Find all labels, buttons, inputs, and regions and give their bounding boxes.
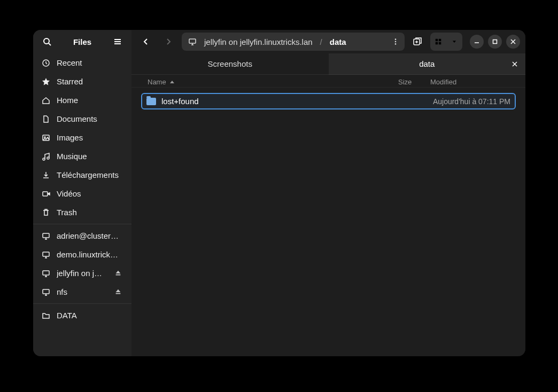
video-icon (42, 190, 50, 198)
new-tab-button[interactable] (409, 33, 426, 50)
sort-asc-icon (169, 80, 175, 85)
path-segment-server[interactable]: jellyfin on jellyfin.linuxtricks.lan (201, 35, 316, 49)
hamburger-menu-button[interactable] (109, 33, 126, 50)
music-icon (42, 152, 50, 161)
file-manager-window: Files Recent Starred Home Documents (33, 30, 525, 356)
sidebar-item-network[interactable]: adrien@cluster… (33, 226, 131, 245)
eject-icon[interactable] (114, 288, 123, 296)
sidebar-item-label: Trash (57, 208, 123, 217)
toolbar: jellyfin on jellyfin.linuxtricks.lan / d… (131, 30, 525, 53)
sidebar-item-network[interactable]: nfs (33, 283, 131, 301)
svg-rect-20 (436, 42, 438, 44)
svg-rect-11 (43, 271, 49, 275)
sidebar-item-label: Images (57, 133, 123, 142)
tab-close-button[interactable] (509, 59, 520, 69)
column-label: Size (398, 78, 412, 86)
search-button[interactable] (38, 33, 56, 50)
svg-line-1 (49, 43, 51, 45)
sidebar-item-home[interactable]: Home (33, 91, 131, 109)
sidebar-item-label: Téléchargements (57, 170, 123, 179)
tab-screenshots[interactable]: Screenshots (131, 53, 329, 75)
main-pane: jellyfin on jellyfin.linuxtricks.lan / d… (131, 30, 525, 356)
network-icon (42, 288, 50, 296)
column-header-size[interactable]: Size (398, 78, 430, 86)
sidebar: Files Recent Starred Home Documents (33, 30, 131, 356)
path-bar[interactable]: jellyfin on jellyfin.linuxtricks.lan / d… (182, 33, 405, 51)
folder-icon (42, 311, 50, 320)
svg-point-15 (395, 41, 397, 43)
trash-icon (42, 208, 50, 217)
sidebar-item-bookmark[interactable]: DATA (33, 306, 131, 325)
minimize-button[interactable] (470, 35, 484, 49)
svg-rect-10 (43, 252, 49, 256)
column-header-name[interactable]: Name (148, 78, 398, 86)
sidebar-item-images[interactable]: Images (33, 128, 131, 147)
close-button[interactable] (506, 35, 520, 49)
column-header-modified[interactable]: Modified (430, 78, 516, 86)
svg-rect-13 (189, 39, 196, 43)
sidebar-header: Files (33, 30, 131, 53)
sidebar-item-label: DATA (57, 311, 123, 320)
sidebar-item-label: demo.linuxtrick… (57, 250, 123, 259)
path-segment-current[interactable]: data (327, 35, 350, 49)
svg-point-16 (395, 43, 397, 45)
app-title: Files (61, 37, 104, 46)
path-menu-button[interactable] (389, 35, 402, 49)
svg-rect-21 (439, 42, 441, 44)
image-icon (42, 134, 50, 142)
window-controls (470, 35, 520, 49)
sidebar-item-network[interactable]: demo.linuxtrick… (33, 245, 131, 264)
network-icon (42, 232, 50, 240)
sidebar-item-label: Documents (57, 114, 123, 123)
sidebar-separator (33, 303, 131, 304)
sidebar-item-videos[interactable]: Vidéos (33, 184, 131, 203)
column-label: Modified (430, 78, 456, 86)
svg-rect-12 (43, 289, 49, 294)
eject-icon[interactable] (114, 269, 123, 278)
view-switcher (430, 33, 462, 51)
tab-label: data (419, 59, 435, 68)
home-icon (42, 96, 50, 105)
file-list[interactable]: lost+found Aujourd'hui à 07:11 PM (131, 88, 525, 356)
tab-data[interactable]: data (329, 53, 526, 75)
sidebar-item-recent[interactable]: Recent (33, 53, 131, 72)
sidebar-list: Recent Starred Home Documents Images Mus… (33, 53, 131, 356)
file-row[interactable]: lost+found Aujourd'hui à 07:11 PM (141, 93, 516, 109)
grid-view-button[interactable] (430, 33, 446, 51)
sidebar-item-label: Home (57, 96, 123, 105)
sidebar-item-music[interactable]: Musique (33, 147, 131, 166)
network-icon (42, 250, 50, 259)
sidebar-item-network[interactable]: jellyfin on j… (33, 264, 131, 283)
clock-icon (42, 59, 50, 67)
sidebar-item-label: adrien@cluster… (57, 231, 123, 240)
svg-rect-18 (436, 39, 438, 41)
sidebar-item-documents[interactable]: Documents (33, 109, 131, 128)
view-options-dropdown[interactable] (446, 33, 462, 51)
tab-label: Screenshots (208, 59, 252, 68)
svg-point-0 (44, 38, 49, 44)
folder-icon (146, 98, 156, 105)
network-icon (42, 269, 50, 278)
download-icon (42, 171, 50, 179)
sidebar-item-starred[interactable]: Starred (33, 72, 131, 91)
svg-point-14 (395, 38, 397, 40)
maximize-button[interactable] (488, 35, 502, 49)
forward-button[interactable] (159, 33, 177, 51)
column-headers: Name Size Modified (131, 75, 525, 88)
back-button[interactable] (137, 33, 155, 51)
path-segment-label: data (330, 37, 346, 46)
svg-point-7 (44, 137, 45, 138)
path-separator: / (320, 37, 322, 46)
sidebar-item-trash[interactable]: Trash (33, 203, 131, 222)
file-modified: Aujourd'hui à 07:11 PM (433, 97, 510, 106)
column-label: Name (148, 78, 166, 86)
star-icon (42, 77, 50, 86)
document-icon (42, 115, 50, 123)
sidebar-item-label: Starred (57, 77, 123, 86)
svg-rect-9 (43, 233, 49, 238)
sidebar-item-label: jellyfin on j… (57, 269, 108, 278)
sidebar-item-label: Musique (57, 152, 123, 161)
sidebar-item-downloads[interactable]: Téléchargements (33, 166, 131, 184)
path-segment-label: jellyfin on jellyfin.linuxtricks.lan (204, 37, 313, 46)
sidebar-item-label: Vidéos (57, 189, 123, 198)
